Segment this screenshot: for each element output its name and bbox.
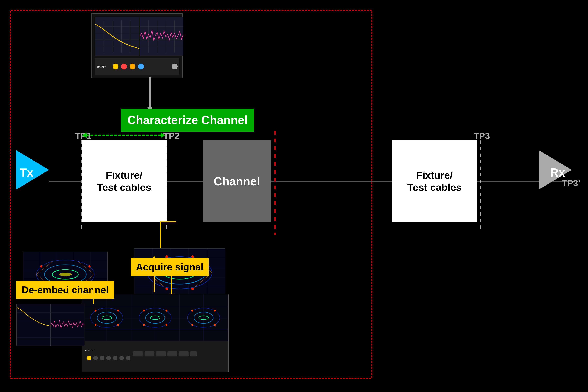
rx-label: Rx xyxy=(550,166,565,179)
svg-point-58 xyxy=(143,324,145,326)
signal-line-right-channel xyxy=(274,181,392,182)
svg-point-37 xyxy=(191,288,194,290)
channel-label: Channel xyxy=(214,174,260,188)
yellow-arrowhead-left xyxy=(63,286,67,290)
tp-arrow xyxy=(82,134,165,136)
scope-top-screen xyxy=(95,17,184,56)
svg-rect-76 xyxy=(133,352,143,356)
tp3-label: TP3 xyxy=(474,131,490,141)
scope-left-panel xyxy=(95,17,139,56)
svg-rect-77 xyxy=(144,352,154,356)
yellow-v-line-fixture-eye2 xyxy=(154,260,154,292)
svg-text:KEYSIGHT: KEYSIGHT xyxy=(97,66,106,68)
svg-point-71 xyxy=(100,356,104,360)
svg-point-72 xyxy=(106,356,111,360)
svg-point-73 xyxy=(113,356,118,360)
scope-large-svg xyxy=(82,294,228,341)
scope-large-controls: KEYSIGHT xyxy=(82,341,228,372)
scope-dot-red xyxy=(121,64,127,70)
svg-text:KEYSIGHT: KEYSIGHT xyxy=(85,350,95,352)
svg-point-94 xyxy=(59,273,72,276)
fixture-left-box: Fixture/Test cables xyxy=(82,140,166,222)
svg-point-35 xyxy=(166,288,168,290)
scope-dot-gray xyxy=(172,64,178,70)
acquire-signal-button[interactable]: Acquire signal xyxy=(131,258,208,276)
yellow-line-fixture-eye xyxy=(160,222,161,248)
tx-label: Tx xyxy=(20,166,33,179)
svg-rect-79 xyxy=(168,352,177,356)
channel-boundary-line xyxy=(274,131,276,235)
scope-small-left xyxy=(16,304,85,346)
yellow-line-h-fixture xyxy=(160,221,176,222)
svg-point-60 xyxy=(166,324,168,326)
svg-point-34 xyxy=(166,255,168,258)
chart-right-svg xyxy=(140,17,183,56)
svg-rect-80 xyxy=(179,352,189,356)
tp-dashed-line xyxy=(86,134,161,136)
yellow-arrowhead-up xyxy=(91,284,96,288)
svg-point-66 xyxy=(214,310,216,312)
yellow-arrow-up2 xyxy=(152,256,156,260)
main-container: Tx TP1 TP2 Fixture/Test cables Channel F… xyxy=(6,6,582,386)
tp2-label: TP2 xyxy=(163,131,180,141)
tp3-prime-label: TP3' xyxy=(562,178,580,188)
tp-arrow-left-head xyxy=(82,133,86,138)
keysight-logo: KEYSIGHT xyxy=(97,63,110,70)
scope-dot-orange xyxy=(130,64,136,70)
scope-large: KEYSIGHT xyxy=(82,294,229,372)
svg-point-65 xyxy=(191,324,193,326)
chart-left-svg xyxy=(96,17,139,56)
svg-rect-81 xyxy=(190,352,197,356)
svg-point-70 xyxy=(93,356,98,360)
characterize-channel-button[interactable]: Characterize Channel xyxy=(121,108,254,132)
arrow-scope-to-btn xyxy=(149,77,150,108)
tp-arrow-right-head xyxy=(161,133,165,138)
scope-dot-yellow xyxy=(112,64,118,70)
scope-controls-svg: KEYSIGHT xyxy=(84,348,130,364)
svg-rect-78 xyxy=(156,352,166,356)
fixture-left-label: Fixture/Test cables xyxy=(97,169,151,194)
channel-box: Channel xyxy=(202,140,271,222)
characterize-channel-label: Characterize Channel xyxy=(128,114,248,126)
fixture-right-label: Fixture/Test cables xyxy=(407,169,462,194)
acquire-signal-label: Acquire signal xyxy=(136,262,203,272)
fixture-right-box: Fixture/Test cables xyxy=(392,140,477,222)
svg-point-95 xyxy=(40,265,42,268)
svg-point-75 xyxy=(126,356,130,360)
yellow-arrow-de-embed-h xyxy=(67,288,94,288)
signal-line-tx-left xyxy=(49,181,82,182)
scope-buttons-svg xyxy=(133,348,198,364)
tp3-line xyxy=(480,134,480,232)
svg-point-69 xyxy=(87,356,91,360)
scope-small-left-svg xyxy=(17,304,84,346)
svg-point-53 xyxy=(117,324,119,326)
scope-top-controls: KEYSIGHT xyxy=(95,58,179,75)
signal-line-mid xyxy=(166,181,206,182)
scope-top: KEYSIGHT xyxy=(92,13,183,78)
svg-point-74 xyxy=(120,356,124,360)
svg-point-50 xyxy=(94,310,96,312)
scope-large-screens xyxy=(82,294,228,341)
yellow-arrow-de-embed-up xyxy=(93,288,94,304)
svg-point-59 xyxy=(166,310,168,312)
svg-point-97 xyxy=(88,265,91,268)
scope-right-panel xyxy=(140,17,184,56)
svg-point-51 xyxy=(94,324,96,326)
yellow-arrow-acquire-down xyxy=(171,274,172,294)
svg-point-67 xyxy=(214,324,216,326)
svg-point-36 xyxy=(191,255,194,258)
scope-dot-blue xyxy=(138,64,144,70)
svg-point-64 xyxy=(191,310,193,312)
svg-point-52 xyxy=(117,310,119,312)
svg-point-57 xyxy=(143,310,145,312)
